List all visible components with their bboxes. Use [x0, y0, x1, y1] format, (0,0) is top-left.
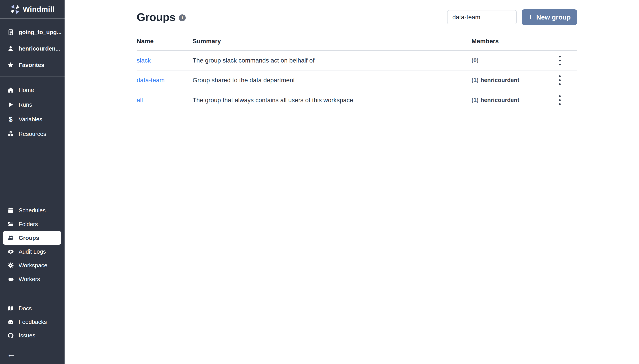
sidebar-item-workspace[interactable]: going_to_upg... — [0, 24, 65, 40]
github-icon — [7, 332, 14, 339]
table-header-row: Name Summary Members — [137, 38, 577, 51]
workers-label: Workers — [19, 276, 40, 283]
members-count: (0) — [471, 57, 479, 64]
sidebar: Windmill going_to_upg... henricourden... — [0, 0, 65, 364]
table-row: slack The group slack commands act on be… — [137, 51, 577, 70]
row-menu-button[interactable] — [556, 54, 564, 68]
arrow-left-icon: ← — [7, 349, 16, 359]
resources-label: Resources — [19, 130, 46, 138]
sidebar-item-user[interactable]: henricourden... — [0, 40, 65, 57]
sidebar-item-issues[interactable]: Issues — [0, 329, 65, 342]
row-menu-button[interactable] — [556, 93, 564, 107]
table-row: all The group that always contains all u… — [137, 90, 577, 110]
group-members: (1)henricourdent — [471, 97, 556, 104]
sidebar-item-workspace-settings[interactable]: Workspace — [0, 258, 65, 272]
sidebar-item-schedules[interactable]: Schedules — [0, 204, 65, 217]
runs-label: Runs — [19, 101, 32, 108]
windmill-logo-icon — [10, 4, 20, 14]
folders-label: Folders — [19, 221, 38, 228]
play-icon — [7, 101, 14, 108]
user-label: henricourden... — [19, 45, 60, 52]
audit-logs-label: Audit Logs — [19, 248, 46, 255]
workspace-label: going_to_upg... — [19, 29, 62, 36]
info-icon[interactable]: i — [179, 14, 186, 21]
issues-label: Issues — [19, 332, 35, 339]
workspace-label-settings: Workspace — [19, 262, 48, 269]
building-icon — [7, 29, 14, 36]
star-icon — [7, 62, 14, 68]
sidebar-spacer — [0, 141, 65, 204]
favorites-label: Favorites — [19, 62, 44, 68]
new-group-button[interactable]: + New group — [522, 9, 577, 25]
users-gear-icon — [7, 234, 14, 241]
sidebar-item-resources[interactable]: Resources — [0, 126, 65, 141]
app-name: Windmill — [23, 5, 55, 14]
user-icon — [7, 45, 14, 52]
gear-icon — [7, 262, 14, 269]
group-search-input[interactable] — [447, 10, 517, 24]
group-summary: The group that always contains all users… — [193, 97, 471, 104]
column-header-summary: Summary — [193, 38, 471, 45]
discord-icon — [7, 319, 14, 326]
windmill-logo[interactable]: Windmill — [0, 0, 65, 18]
sidebar-item-favorites[interactable]: Favorites — [0, 57, 65, 73]
members-count: (1) — [471, 77, 479, 83]
kebab-icon — [558, 74, 562, 86]
group-summary: The group slack commands act on belhalf … — [193, 57, 471, 64]
sidebar-item-runs[interactable]: Runs — [0, 97, 65, 112]
kebab-icon — [558, 55, 562, 66]
table-row: data-team Group shared to the data depar… — [137, 70, 577, 90]
group-link[interactable]: data-team — [137, 77, 193, 84]
home-icon — [7, 87, 14, 93]
variables-label: Variables — [19, 116, 42, 123]
group-link[interactable]: slack — [137, 57, 193, 64]
book-open-icon — [7, 305, 14, 312]
dollar-icon: $ — [7, 116, 14, 122]
sidebar-item-audit-logs[interactable]: Audit Logs — [0, 245, 65, 258]
sidebar-item-feedbacks[interactable]: Feedbacks — [0, 315, 65, 329]
folder-open-icon — [7, 221, 14, 228]
page-title: Groups — [137, 11, 175, 24]
sidebar-item-workers[interactable]: Workers — [0, 272, 65, 286]
group-members: (1)henricourdent — [471, 77, 556, 84]
calendar-icon — [7, 207, 14, 214]
group-link[interactable]: all — [137, 97, 193, 104]
column-header-members: Members — [471, 38, 556, 45]
group-members: (0) — [471, 57, 556, 64]
robot-icon — [7, 276, 14, 282]
row-menu-button[interactable] — [556, 73, 564, 87]
sidebar-item-folders[interactable]: Folders — [0, 217, 65, 231]
schedules-label: Schedules — [19, 207, 46, 214]
kebab-icon — [558, 94, 562, 106]
eye-icon — [7, 248, 14, 255]
groups-label: Groups — [19, 234, 39, 242]
main-content: Groups i + New group Name Summary Member… — [65, 0, 639, 364]
docs-label: Docs — [19, 305, 32, 312]
members-count: (1) — [471, 97, 479, 103]
page-header: Groups i + New group — [137, 9, 577, 25]
column-header-name: Name — [137, 38, 193, 45]
groups-table: Name Summary Members slack The group sla… — [137, 38, 577, 110]
members-names: henricourdent — [481, 77, 519, 83]
sidebar-item-variables[interactable]: $ Variables — [0, 112, 65, 126]
members-names: henricourdent — [481, 97, 519, 103]
collapse-sidebar-button[interactable]: ← — [7, 349, 16, 359]
cubes-icon — [7, 130, 14, 137]
home-label: Home — [19, 87, 34, 94]
plus-icon: + — [528, 13, 533, 21]
group-summary: Group shared to the data department — [193, 77, 471, 84]
sidebar-item-docs[interactable]: Docs — [0, 302, 65, 315]
feedbacks-label: Feedbacks — [19, 318, 47, 326]
sidebar-item-groups[interactable]: Groups — [3, 231, 61, 245]
new-group-button-label: New group — [536, 14, 571, 21]
sidebar-item-home[interactable]: Home — [0, 83, 65, 97]
